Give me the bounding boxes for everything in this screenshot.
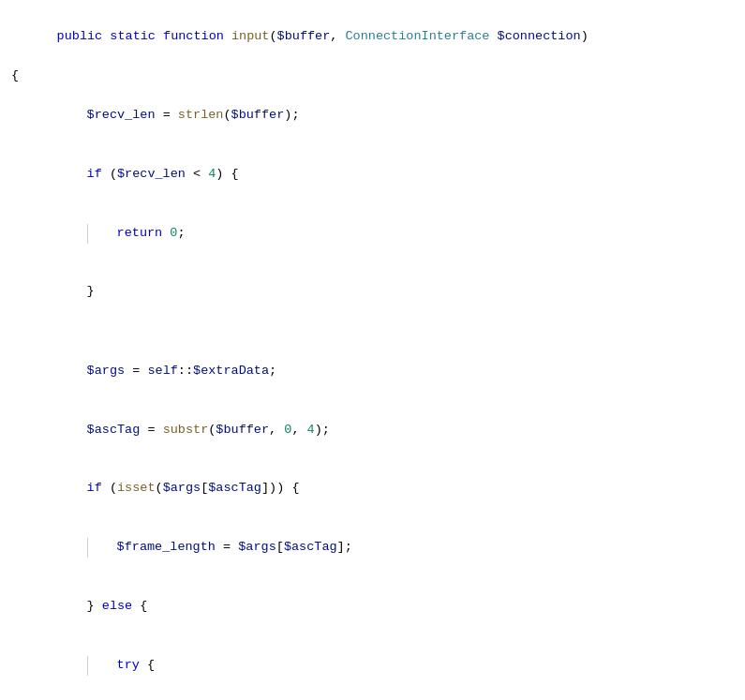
param-buffer: $buffer — [277, 29, 331, 43]
var-recv-len: $recv_len — [87, 108, 156, 122]
code-editor: public static function input($buffer, Co… — [0, 0, 745, 700]
code-line-8: $args = self::$extraData; — [0, 342, 745, 401]
kw-else: else — [102, 599, 132, 613]
arg-buffer-2: $buffer — [216, 423, 269, 437]
code-line-13: try { — [0, 636, 745, 695]
indent-guide-2 — [87, 538, 91, 558]
code-line-9: $ascTag = substr($buffer, 0, 4); — [0, 401, 745, 460]
param-connection: $connection — [498, 29, 581, 43]
function-name: input — [231, 29, 270, 43]
code-line-1: public static function input($buffer, Co… — [0, 7, 745, 67]
keyword-public: public — [57, 29, 103, 43]
code-line-12: } else { — [0, 577, 745, 636]
code-line-7 — [0, 321, 745, 342]
code-line-6: } — [0, 263, 745, 322]
fn-strlen: strlen — [178, 108, 224, 122]
fn-substr: substr — [163, 423, 209, 437]
var-asctag-3: $ascTag — [284, 540, 337, 554]
var-asctag-2: $ascTag — [208, 481, 261, 495]
code-line-2: { — [0, 67, 745, 87]
kw-if-2: if — [87, 481, 102, 495]
var-args-2: $args — [163, 481, 201, 495]
kw-try: try — [117, 658, 140, 672]
code-line-11: $frame_length = $args[$ascTag]; — [0, 518, 745, 577]
code-line-4: if ($recv_len < 4) { — [0, 145, 745, 204]
indent-guide-1 — [87, 224, 91, 244]
var-args: $args — [87, 364, 126, 378]
keyword-static: static — [110, 29, 156, 43]
indent-guide-3 — [87, 656, 91, 676]
arg-buffer: $buffer — [231, 108, 285, 122]
var-recv-len-2: $recv_len — [117, 167, 186, 181]
type-connectioninterface: ConnectionInterface — [346, 29, 490, 43]
code-line-5: return 0; — [0, 204, 745, 263]
fn-isset: isset — [117, 481, 156, 495]
keyword-function: function — [163, 29, 224, 43]
code-line-10: if (isset($args[$ascTag])) { — [0, 459, 745, 518]
var-asctag: $ascTag — [87, 423, 141, 437]
kw-return-1: return — [117, 226, 163, 240]
self-keyword: self — [147, 364, 177, 378]
code-line-3: $recv_len = strlen($buffer); — [0, 86, 745, 145]
kw-if-1: if — [87, 167, 102, 181]
var-args-3: $args — [238, 540, 276, 554]
var-frame-length-1: $frame_length — [117, 540, 216, 554]
num-4-2: 4 — [307, 423, 315, 437]
code-line-14: $isCompare = self::isCompleteLength($buf… — [0, 694, 745, 700]
var-extradata: $extraData — [193, 364, 269, 378]
